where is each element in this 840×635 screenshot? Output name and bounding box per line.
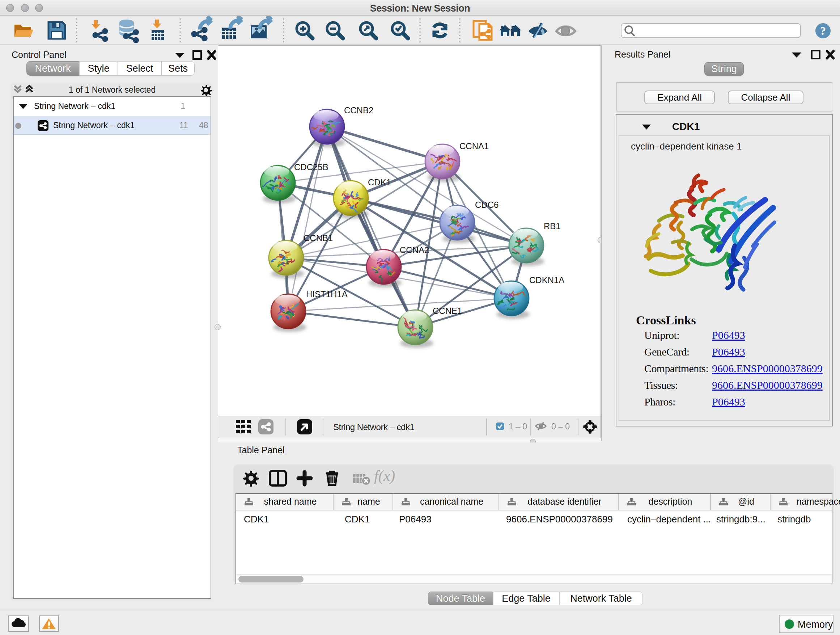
svg-text:CDKN1A: CDKN1A: [529, 275, 564, 285]
svg-text:CDC25B: CDC25B: [294, 162, 328, 172]
svg-text:CDC6: CDC6: [475, 200, 499, 210]
svg-text:HIST1H1A: HIST1H1A: [306, 289, 347, 299]
svg-text:CCNB2: CCNB2: [344, 105, 373, 115]
svg-text:CCNE1: CCNE1: [433, 306, 462, 316]
svg-text:CCNB1: CCNB1: [303, 233, 333, 243]
svg-text:CCNA1: CCNA1: [459, 141, 489, 151]
svg-text:CCNA2: CCNA2: [400, 245, 429, 255]
svg-text:CDK1: CDK1: [368, 177, 391, 187]
svg-text:RB1: RB1: [544, 221, 561, 231]
